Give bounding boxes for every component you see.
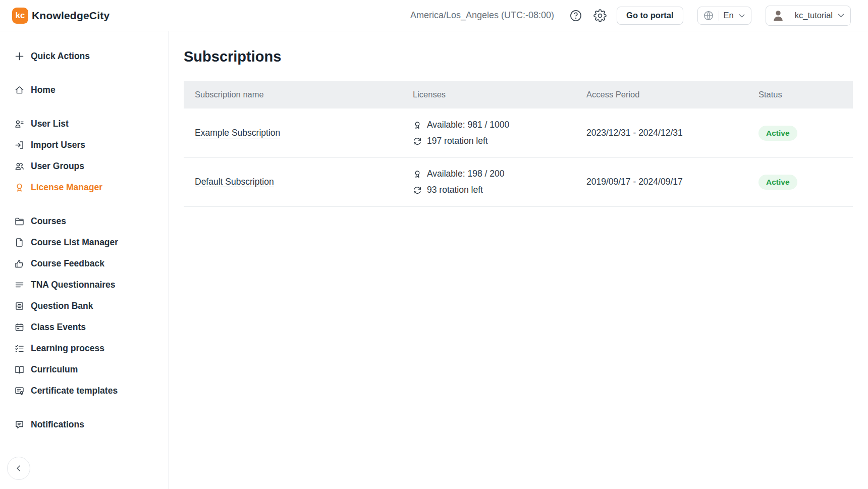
sidebar-item-label: Quick Actions: [31, 51, 90, 62]
user-list-icon: [14, 119, 25, 129]
globe-icon: [703, 10, 714, 21]
status-badge: Active: [758, 126, 797, 141]
column-header-status: Status: [758, 81, 853, 108]
sidebar-item-label: Home: [31, 85, 56, 95]
sidebar-item-label: Courses: [31, 216, 66, 227]
sidebar-item-certificate-templates[interactable]: Certificate templates: [0, 380, 169, 401]
rotation-icon: [413, 137, 422, 146]
divider: [790, 11, 790, 21]
rotation-left: 197 rotation left: [427, 136, 488, 146]
divider: [719, 11, 719, 21]
username-label: kc_tutorial: [795, 11, 833, 20]
import-users-icon: [14, 140, 25, 150]
sidebar-item-learning-process[interactable]: Learning process: [0, 338, 169, 359]
calendar-icon: [14, 322, 25, 333]
column-header-access-period: Access Period: [586, 81, 758, 108]
top-header: kc KnowledgeCity America/Los_Angeles (UT…: [0, 0, 868, 31]
sidebar: Quick Actions Home User List Import User…: [0, 31, 169, 489]
sidebar-collapse-button[interactable]: [7, 457, 30, 480]
sidebar-item-notifications[interactable]: Notifications: [0, 414, 169, 435]
checklist-icon: [14, 343, 25, 354]
licenses-available: Available: 198 / 200: [427, 169, 504, 179]
sidebar-item-class-events[interactable]: Class Events: [0, 316, 169, 338]
message-icon: [14, 419, 25, 430]
sidebar-item-label: Curriculum: [31, 364, 78, 375]
award-icon: [413, 170, 422, 179]
user-menu[interactable]: kc_tutorial: [766, 6, 851, 26]
sidebar-item-label: Course List Manager: [31, 237, 118, 248]
plus-icon: [14, 51, 25, 62]
language-label: En: [724, 11, 734, 20]
sidebar-item-label: Notifications: [31, 419, 84, 430]
avatar: [771, 9, 785, 23]
brand-name: KnowledgeCity: [32, 10, 110, 22]
certificate-icon: [14, 386, 25, 396]
timezone-label: America/Los_Angeles (UTC:-08:00): [410, 10, 554, 21]
sidebar-item-label: Learning process: [31, 343, 104, 354]
subscription-link[interactable]: Example Subscription: [195, 128, 280, 138]
column-header-subscription-name: Subscription name: [184, 81, 413, 108]
home-icon: [14, 85, 25, 95]
gear-icon: [593, 9, 607, 22]
sidebar-item-home[interactable]: Home: [0, 79, 169, 100]
sidebar-item-label: Course Feedback: [31, 258, 104, 269]
award-icon: [14, 182, 25, 193]
language-selector[interactable]: En: [697, 7, 751, 25]
rotation-icon: [413, 186, 422, 195]
sidebar-item-tna-questionnaires[interactable]: TNA Questionnaires: [0, 274, 169, 295]
column-header-licenses: Licenses: [413, 81, 586, 108]
sidebar-item-user-groups[interactable]: User Groups: [0, 155, 169, 177]
user-groups-icon: [14, 161, 25, 172]
access-period: 2023/12/31 - 2024/12/31: [586, 128, 683, 138]
book-icon: [14, 364, 25, 375]
thumbs-up-icon: [14, 258, 25, 269]
sidebar-item-quick-actions[interactable]: Quick Actions: [0, 45, 169, 67]
sidebar-item-label: User List: [31, 119, 69, 129]
sidebar-item-import-users[interactable]: Import Users: [0, 134, 169, 155]
app-logo[interactable]: kc KnowledgeCity: [12, 8, 110, 24]
main-content: Subscriptions Subscription name Licenses…: [169, 31, 868, 489]
page-title: Subscriptions: [184, 48, 853, 65]
rotation-left: 93 rotation left: [427, 185, 483, 195]
table-row: Example Subscription Available: 981 / 10…: [184, 108, 853, 157]
sidebar-item-user-list[interactable]: User List: [0, 113, 169, 134]
chevron-down-icon: [837, 11, 845, 20]
sidebar-item-label: TNA Questionnaires: [31, 280, 116, 290]
sidebar-item-course-feedback[interactable]: Course Feedback: [0, 253, 169, 274]
licenses-available: Available: 981 / 1000: [427, 120, 509, 130]
help-button[interactable]: [568, 8, 583, 23]
settings-button[interactable]: [592, 8, 608, 23]
sidebar-item-label: Certificate templates: [31, 386, 118, 396]
chevron-down-icon: [738, 12, 746, 20]
go-to-portal-button[interactable]: Go to portal: [617, 7, 683, 25]
status-badge: Active: [758, 175, 797, 190]
sidebar-item-label: License Manager: [31, 182, 102, 193]
sidebar-item-label: Question Bank: [31, 301, 93, 311]
sidebar-item-label: User Groups: [31, 161, 84, 172]
subscription-link[interactable]: Default Subscription: [195, 177, 274, 187]
sidebar-item-course-list-manager[interactable]: Course List Manager: [0, 232, 169, 253]
table-row: Default Subscription Available: 198 / 20…: [184, 157, 853, 206]
access-period: 2019/09/17 - 2024/09/17: [586, 177, 683, 187]
table-header-row: Subscription name Licenses Access Period…: [184, 81, 853, 108]
file-icon: [14, 237, 25, 248]
chevron-left-icon: [14, 463, 24, 473]
sidebar-item-label: Class Events: [31, 322, 86, 333]
kc-logo-icon: kc: [12, 8, 28, 24]
award-icon: [413, 121, 422, 130]
archive-icon: [14, 301, 25, 311]
sidebar-item-label: Import Users: [31, 140, 85, 150]
sidebar-item-curriculum[interactable]: Curriculum: [0, 359, 169, 380]
sidebar-item-courses[interactable]: Courses: [0, 210, 169, 232]
sidebar-item-question-bank[interactable]: Question Bank: [0, 295, 169, 316]
help-icon: [569, 9, 582, 22]
folder-icon: [14, 216, 25, 227]
lines-icon: [14, 280, 25, 290]
subscriptions-table: Subscription name Licenses Access Period…: [184, 81, 853, 207]
sidebar-item-license-manager[interactable]: License Manager: [0, 177, 169, 198]
